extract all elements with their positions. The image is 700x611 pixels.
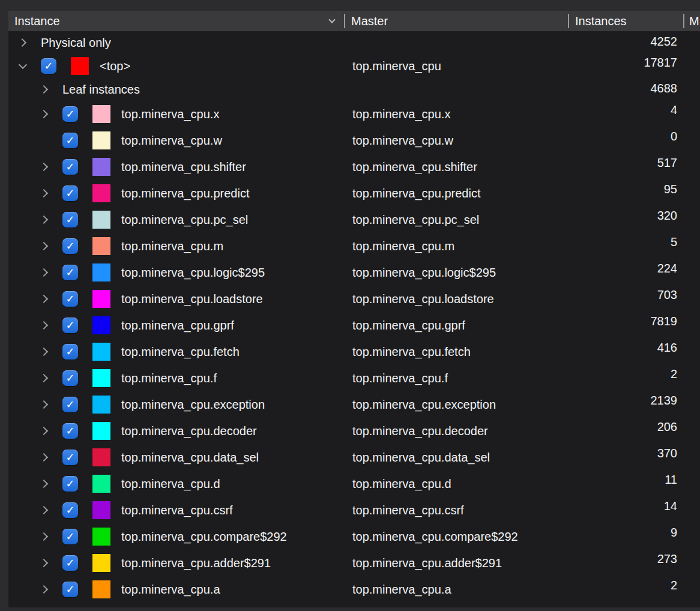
row-checkbox[interactable]	[62, 106, 78, 122]
chevron-right-icon[interactable]	[38, 266, 50, 278]
table-row[interactable]: Leaf instances 4688	[8, 78, 700, 101]
color-swatch[interactable]	[92, 343, 110, 361]
chevron-right-icon[interactable]	[38, 425, 50, 437]
color-swatch[interactable]	[92, 528, 110, 546]
chevron-right-icon[interactable]	[38, 187, 50, 199]
column-header-instance[interactable]: Instance	[14, 11, 60, 31]
row-checkbox[interactable]	[62, 159, 78, 175]
color-swatch[interactable]	[92, 184, 110, 202]
row-checkbox[interactable]	[62, 370, 78, 386]
color-swatch[interactable]	[92, 369, 110, 387]
column-divider[interactable]	[683, 14, 684, 28]
column-header-master[interactable]: Master	[351, 11, 388, 31]
row-checkbox[interactable]	[62, 238, 78, 254]
instances-count: 320	[657, 209, 677, 223]
column-header-instances[interactable]: Instances	[575, 11, 627, 31]
color-swatch[interactable]	[92, 396, 110, 414]
instance-label: top.minerva_cpu.m	[121, 239, 223, 253]
chevron-down-icon[interactable]	[17, 60, 29, 72]
row-checkbox[interactable]	[62, 212, 78, 227]
table-row[interactable]: top.minerva_cpu.data_sel top.minerva_cpu…	[8, 444, 700, 471]
table-row[interactable]: top.minerva_cpu.x top.minerva_cpu.x 4	[8, 101, 700, 127]
table-row[interactable]: top.minerva_cpu.d top.minerva_cpu.d 11	[8, 471, 700, 497]
color-swatch[interactable]	[92, 554, 110, 572]
instances-count: 5	[671, 235, 677, 249]
color-swatch[interactable]	[92, 475, 110, 493]
table-row[interactable]: top.minerva_cpu.exception top.minerva_cp…	[8, 391, 700, 418]
chevron-right-icon[interactable]	[38, 372, 50, 384]
row-checkbox[interactable]	[62, 265, 78, 280]
chevron-right-icon[interactable]	[38, 478, 50, 490]
table-row[interactable]: top.minerva_cpu.compare$292 top.minerva_…	[8, 523, 700, 550]
chevron-right-icon[interactable]	[38, 161, 50, 173]
table-row[interactable]: top.minerva_cpu.predict top.minerva_cpu.…	[8, 180, 700, 206]
chevron-right-icon[interactable]	[38, 293, 50, 305]
master-label: top.minerva_cpu	[352, 59, 441, 73]
row-checkbox[interactable]	[62, 291, 78, 307]
color-swatch[interactable]	[92, 263, 110, 281]
color-swatch[interactable]	[92, 422, 110, 440]
color-swatch[interactable]	[92, 316, 110, 334]
color-swatch[interactable]	[92, 501, 110, 519]
color-swatch[interactable]	[92, 290, 110, 308]
color-swatch[interactable]	[92, 211, 110, 229]
empty-table-space	[8, 603, 700, 607]
chevron-right-icon[interactable]	[38, 108, 50, 120]
row-checkbox[interactable]	[62, 397, 78, 412]
color-swatch[interactable]	[92, 237, 110, 255]
table-row[interactable]: Physical only 4252	[8, 31, 700, 54]
column-divider[interactable]	[344, 14, 345, 28]
table-row[interactable]: top.minerva_cpu.adder$291 top.minerva_cp…	[8, 550, 700, 576]
chevron-right-icon[interactable]	[38, 531, 50, 543]
chevron-right-icon[interactable]	[38, 83, 50, 95]
table-row[interactable]: top.minerva_cpu.gprf top.minerva_cpu.gpr…	[8, 312, 700, 339]
instance-label: top.minerva_cpu.d	[121, 477, 220, 491]
row-checkbox[interactable]	[62, 185, 78, 201]
table-row[interactable]: <top> top.minerva_cpu 17817	[8, 54, 700, 78]
column-header-m[interactable]: M	[689, 11, 699, 31]
color-swatch[interactable]	[92, 131, 110, 149]
color-swatch[interactable]	[92, 448, 110, 466]
column-divider[interactable]	[568, 14, 569, 28]
row-checkbox[interactable]	[62, 502, 78, 518]
chevron-right-icon[interactable]	[38, 451, 50, 463]
chevron-right-icon[interactable]	[38, 583, 50, 595]
row-checkbox[interactable]	[62, 344, 78, 360]
chevron-right-icon[interactable]	[38, 214, 50, 226]
table-row[interactable]: top.minerva_cpu.decoder top.minerva_cpu.…	[8, 418, 700, 444]
chevron-right-icon[interactable]	[38, 319, 50, 331]
table-row[interactable]: top.minerva_cpu.fetch top.minerva_cpu.fe…	[8, 339, 700, 365]
table-row[interactable]: top.minerva_cpu.shifter top.minerva_cpu.…	[8, 154, 700, 180]
row-checkbox[interactable]	[62, 529, 78, 544]
row-checkbox[interactable]	[62, 450, 78, 465]
table-row[interactable]: top.minerva_cpu.pc_sel top.minerva_cpu.p…	[8, 206, 700, 233]
chevron-right-icon[interactable]	[38, 346, 50, 358]
chevron-right-icon[interactable]	[38, 557, 50, 569]
color-swatch[interactable]	[92, 158, 110, 176]
chevron-right-icon[interactable]	[38, 399, 50, 411]
row-checkbox[interactable]	[62, 133, 78, 148]
row-checkbox[interactable]	[62, 476, 78, 492]
chevron-right-icon[interactable]	[38, 240, 50, 252]
row-checkbox[interactable]	[62, 423, 78, 439]
chevron-right-icon[interactable]	[38, 504, 50, 516]
instance-table: Instance Master Instances M Physical onl…	[8, 11, 700, 607]
table-row[interactable]: top.minerva_cpu.csrf top.minerva_cpu.csr…	[8, 497, 700, 523]
instances-count: 2	[671, 367, 677, 381]
color-swatch[interactable]	[71, 57, 89, 75]
table-row[interactable]: top.minerva_cpu.m top.minerva_cpu.m 5	[8, 233, 700, 259]
row-checkbox[interactable]	[41, 58, 56, 74]
table-row[interactable]: top.minerva_cpu.logic$295 top.minerva_cp…	[8, 259, 700, 286]
color-swatch[interactable]	[92, 580, 110, 598]
table-row[interactable]: top.minerva_cpu.loadstore top.minerva_cp…	[8, 286, 700, 312]
row-checkbox[interactable]	[62, 582, 78, 597]
table-row[interactable]: top.minerva_cpu.a top.minerva_cpu.a 2	[8, 576, 700, 603]
table-row[interactable]: top.minerva_cpu.w top.minerva_cpu.w 0	[8, 127, 700, 154]
instance-label: top.minerva_cpu.w	[121, 134, 222, 148]
color-swatch[interactable]	[92, 105, 110, 123]
row-checkbox[interactable]	[62, 318, 78, 333]
table-row[interactable]: top.minerva_cpu.f top.minerva_cpu.f 2	[8, 365, 700, 391]
row-checkbox[interactable]	[62, 555, 78, 571]
sort-chevron-icon[interactable]	[327, 11, 337, 31]
chevron-right-icon[interactable]	[17, 37, 29, 49]
